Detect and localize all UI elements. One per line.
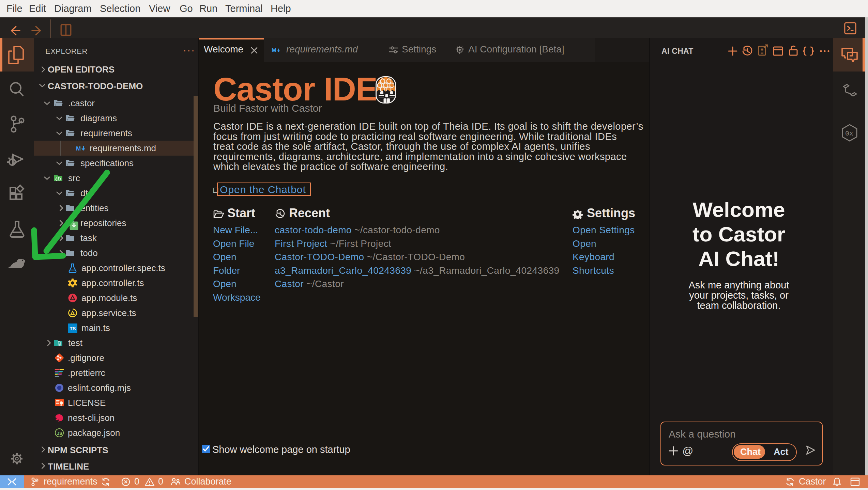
svg-text:M: M [76, 145, 81, 152]
svg-text:M: M [272, 47, 276, 53]
svg-text:JS: JS [57, 431, 62, 436]
svg-text:TS: TS [70, 326, 76, 331]
svg-text:0x: 0x [845, 130, 853, 138]
